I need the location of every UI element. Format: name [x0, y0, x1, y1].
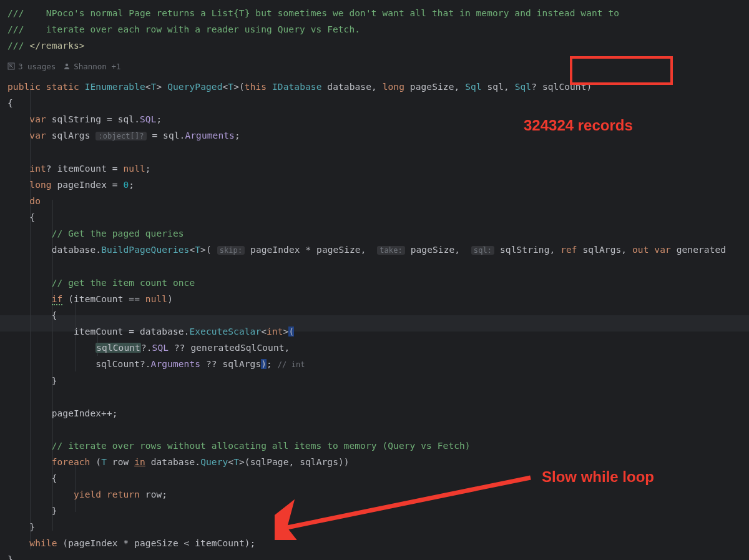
annotation-records-label: 324324 records [524, 117, 633, 134]
code-editor[interactable]: /// NPoco's normal Page returns a List{T… [0, 0, 749, 560]
svg-point-1 [66, 64, 68, 66]
inline-type-hint: // int [278, 360, 305, 369]
person-icon [63, 62, 71, 70]
kw-while: while [29, 538, 57, 548]
param-hint: sql: [471, 246, 494, 255]
usages-lens[interactable]: 3 usages [7, 62, 56, 71]
code-block[interactable]: /// NPoco's normal Page returns a List{T… [0, 0, 749, 59]
kw-return: return [107, 489, 140, 499]
authors-label: Shannon +1 [74, 62, 120, 71]
brace: } [52, 376, 57, 386]
doc-comment-line: /// NPoco's normal Page returns a List{T… [7, 8, 619, 18]
kw-foreach: foreach [52, 457, 91, 467]
inline-type-hint: :object[]? [95, 132, 146, 140]
brace: } [52, 506, 57, 516]
identifier: sqlString [52, 114, 101, 124]
authors-lens[interactable]: Shannon +1 [63, 62, 120, 71]
kw-long: long [29, 180, 51, 190]
param-hint: take: [377, 246, 405, 255]
annotation-rectangle [570, 56, 673, 85]
param-hint: skip: [217, 246, 245, 255]
kw-var: var [29, 114, 46, 124]
highlighted-ident: sqlCount [95, 343, 141, 353]
brace: { [52, 473, 57, 483]
comment: // get the item count once [52, 278, 195, 288]
kw-if: if [52, 294, 63, 305]
code-block[interactable]: public static IEnumerable<T> QueryPaged<… [0, 74, 749, 560]
identifier: sqlArgs [52, 130, 91, 140]
brace: { [52, 310, 57, 320]
comment: // iterate over rows without allocating … [52, 441, 471, 451]
identifier: pageIndex [57, 180, 107, 190]
kw-yield: yield [74, 489, 101, 499]
brace: { [7, 98, 13, 108]
kw-do: do [29, 196, 41, 206]
selection: ( [288, 327, 294, 336]
usages-label: 3 usages [18, 62, 56, 71]
comment: // Get the paged queries [52, 228, 184, 238]
brace: { [29, 212, 35, 222]
identifier: itemCount [57, 164, 107, 174]
doc-comment-line: /// iterate over each row with a reader … [7, 24, 360, 34]
selection: ) [261, 359, 267, 369]
kw-int: int [29, 164, 46, 174]
usages-icon [7, 62, 15, 70]
kw-in: in [134, 457, 145, 467]
kw-var: var [29, 130, 46, 140]
brace: } [29, 522, 35, 532]
brace: } [7, 554, 13, 560]
method-signature: public static IEnumerable<T> QueryPaged<… [7, 82, 592, 92]
doc-comment-close: /// </remarks> [7, 41, 85, 51]
annotation-slow-label: Slow while loop [542, 468, 654, 486]
